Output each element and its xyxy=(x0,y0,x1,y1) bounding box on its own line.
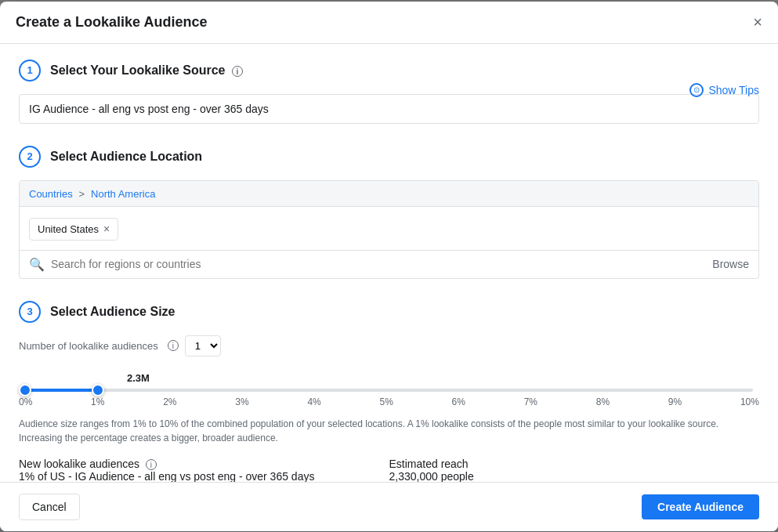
selected-locations: United States × xyxy=(20,207,758,250)
slider-label-0: 0% xyxy=(19,396,32,407)
results-row: New lookalike audiences i 1% of US - IG … xyxy=(19,458,759,482)
step3-circle: 3 xyxy=(19,301,41,323)
modal-footer: Cancel Create Audience xyxy=(0,482,778,531)
tips-circle-icon: ⊙ xyxy=(689,83,704,97)
create-audience-button[interactable]: Create Audience xyxy=(642,494,759,519)
breadcrumb-countries[interactable]: Countries xyxy=(29,188,73,200)
slider-label-5: 5% xyxy=(379,396,393,407)
results-col2-value: 2,330,000 people xyxy=(389,470,760,482)
slider-track-container[interactable] xyxy=(25,389,753,392)
slider-fill xyxy=(25,389,98,392)
slider-label-4: 4% xyxy=(307,396,320,407)
location-tag-us: United States × xyxy=(29,218,118,241)
step1-section: 1 Select Your Lookalike Source i xyxy=(19,60,759,124)
step3-title: Select Audience Size xyxy=(50,305,175,319)
breadcrumb-bar: Countries > North America xyxy=(20,181,758,207)
slider-label-2: 2% xyxy=(163,396,176,407)
slider-label-8: 8% xyxy=(596,396,610,407)
breadcrumb-separator: > xyxy=(79,188,85,200)
location-tag-remove-button[interactable]: × xyxy=(103,223,110,234)
modal-container: Create a Lookalike Audience × ⊙ Show Tip… xyxy=(0,2,778,531)
step1-title: Select Your Lookalike Source i xyxy=(50,63,243,78)
slider-label-10: 10% xyxy=(740,396,759,407)
slider-thumb-right[interactable] xyxy=(92,384,104,396)
num-audiences-label: Number of lookalike audiences xyxy=(19,340,158,352)
search-bar: 🔍 Browse xyxy=(20,250,758,278)
slider-thumb-left[interactable] xyxy=(19,384,31,396)
step2-header: 2 Select Audience Location xyxy=(19,146,759,168)
cancel-button[interactable]: Cancel xyxy=(19,494,80,520)
show-tips-label: Show Tips xyxy=(708,84,759,96)
slider-track xyxy=(25,389,753,392)
results-col1: New lookalike audiences i 1% of US - IG … xyxy=(19,458,389,482)
step3-section: 3 Select Audience Size Number of lookali… xyxy=(19,301,759,482)
num-audiences-info-icon[interactable]: i xyxy=(168,340,179,351)
results-col1-header: New lookalike audiences i xyxy=(19,458,389,471)
step2-title: Select Audience Location xyxy=(50,150,202,164)
step1-circle: 1 xyxy=(19,60,41,81)
location-box: Countries > North America United States … xyxy=(19,180,759,279)
step1-info-icon[interactable]: i xyxy=(232,66,243,77)
slider-labels: 0% 1% 2% 3% 4% 5% 6% 7% 8% 9% 10% xyxy=(19,396,759,407)
modal-body: 1 Select Your Lookalike Source i 2 Selec… xyxy=(0,44,778,482)
source-input[interactable] xyxy=(19,94,759,124)
step1-header: 1 Select Your Lookalike Source i xyxy=(19,60,759,81)
slider-section: 2.3M 0% 1% 2% 3% 4% 5% xyxy=(19,372,759,407)
results-col2: Estimated reach 2,330,000 people xyxy=(389,458,760,482)
results-col1-value: 1% of US - IG Audience - all eng vs post… xyxy=(19,470,389,482)
slider-label-9: 9% xyxy=(668,396,682,407)
slider-label-3: 3% xyxy=(235,396,248,407)
step2-circle: 2 xyxy=(19,146,41,168)
slider-label-1: 1% xyxy=(91,396,104,407)
breadcrumb-region[interactable]: North America xyxy=(91,188,155,200)
close-button[interactable]: × xyxy=(753,14,762,30)
num-audiences-select[interactable]: 1 2 3 4 5 6 xyxy=(185,335,221,356)
modal-title: Create a Lookalike Audience xyxy=(16,14,207,31)
slider-label-7: 7% xyxy=(524,396,537,407)
audience-size-description: Audience size ranges from 1% to 10% of t… xyxy=(19,417,759,445)
show-tips-button[interactable]: ⊙ Show Tips xyxy=(689,83,759,97)
results-info-icon[interactable]: i xyxy=(146,459,157,470)
step3-header: 3 Select Audience Size xyxy=(19,301,759,323)
slider-value-label: 2.3M xyxy=(127,372,759,384)
step2-section: 2 Select Audience Location Countries > N… xyxy=(19,146,759,279)
results-col2-header: Estimated reach xyxy=(389,458,760,470)
location-search-input[interactable] xyxy=(51,258,706,270)
num-audiences-row: Number of lookalike audiences i 1 2 3 4 … xyxy=(19,335,759,356)
location-tag-label: United States xyxy=(38,223,99,235)
browse-button[interactable]: Browse xyxy=(712,258,749,270)
modal-header: Create a Lookalike Audience × xyxy=(0,2,778,44)
modal-overlay: Create a Lookalike Audience × ⊙ Show Tip… xyxy=(0,0,778,532)
search-icon: 🔍 xyxy=(29,257,45,272)
slider-label-6: 6% xyxy=(452,396,465,407)
